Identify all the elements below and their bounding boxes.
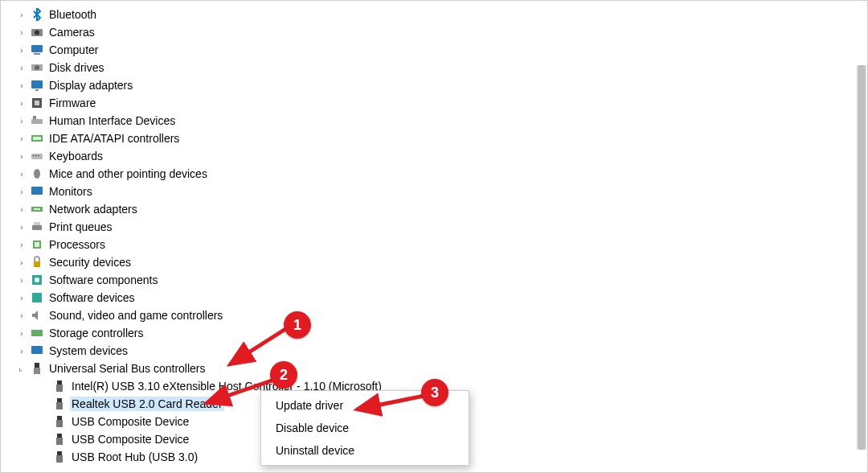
chevron-right-icon[interactable]: › (17, 204, 27, 214)
printer-icon (30, 220, 44, 234)
chevron-right-icon[interactable]: › (17, 27, 27, 37)
tree-item-label: Sound, video and game controllers (47, 308, 224, 323)
tree-item-print[interactable]: › Print queues (17, 218, 867, 236)
chevron-right-icon[interactable]: › (17, 346, 27, 356)
svg-rect-38 (57, 416, 62, 420)
chevron-right-icon[interactable]: › (17, 98, 27, 108)
svg-rect-36 (57, 398, 62, 402)
tree-item-bluetooth[interactable]: › Bluetooth (17, 6, 867, 23)
tree-item-network[interactable]: › Network adapters (17, 200, 867, 218)
tree-item-disk-drives[interactable]: › Disk drives (17, 59, 867, 76)
chevron-right-icon[interactable]: › (17, 134, 27, 143)
tree-item-label: Mice and other pointing devices (47, 167, 209, 181)
chevron-right-icon[interactable]: › (17, 275, 27, 285)
svg-rect-11 (33, 116, 36, 119)
tree-item-label: Keyboards (47, 149, 104, 163)
svg-rect-34 (57, 380, 62, 385)
menu-uninstall-device[interactable]: Uninstall device (261, 439, 469, 462)
menu-disable-device[interactable]: Disable device (261, 417, 469, 439)
cpu-icon (30, 237, 44, 252)
svg-rect-19 (31, 187, 43, 195)
component-icon (30, 273, 44, 287)
tree-item-computer[interactable]: › Computer (17, 41, 867, 59)
tree-item-processors[interactable]: › Processors (17, 236, 867, 253)
chevron-right-icon[interactable]: › (17, 257, 27, 267)
svg-rect-2 (31, 45, 43, 52)
menu-item-label: Update driver (276, 399, 343, 412)
svg-rect-42 (57, 451, 62, 455)
tree-item-cameras[interactable]: › Cameras (17, 23, 867, 41)
network-icon (30, 202, 44, 216)
callout-3: 3 (421, 379, 448, 406)
tree-item-hid[interactable]: › Human Interface Devices (17, 112, 867, 130)
svg-rect-13 (33, 137, 41, 140)
tree-item-label: Realtek USB 2.0 Card Reader (70, 397, 224, 411)
svg-rect-14 (31, 154, 43, 159)
tree-item-label: Network adapters (47, 202, 139, 216)
chevron-right-icon[interactable]: › (17, 328, 27, 338)
chevron-right-icon[interactable]: › (17, 311, 27, 320)
menu-item-label: Uninstall device (276, 444, 354, 457)
chevron-right-icon[interactable]: › (17, 151, 27, 161)
usb-device-icon (52, 414, 67, 429)
camera-icon (30, 25, 44, 39)
chevron-right-icon[interactable]: › (17, 116, 27, 125)
svg-point-28 (35, 278, 39, 282)
tree-item-label: Cameras (47, 25, 96, 39)
tree-item-monitors[interactable]: › Monitors (17, 183, 867, 200)
svg-point-5 (35, 65, 39, 70)
tree-item-usb-controllers[interactable]: ⌵ Universal Serial Bus controllers (17, 360, 867, 377)
chevron-right-icon[interactable]: › (17, 187, 27, 196)
firmware-icon (30, 96, 44, 110)
tree-item-label: Firmware (47, 96, 97, 110)
chevron-right-icon[interactable]: › (17, 222, 27, 232)
tree-item-storage[interactable]: › Storage controllers (17, 324, 867, 342)
tree-item-label: USB Root Hub (USB 3.0) (70, 450, 199, 464)
usb-device-icon (52, 379, 67, 393)
svg-rect-30 (31, 330, 43, 336)
svg-rect-23 (34, 222, 40, 225)
tree-item-ide[interactable]: › IDE ATA/ATAPI controllers (17, 130, 867, 147)
chevron-down-icon[interactable]: ⌵ (15, 362, 29, 376)
svg-rect-15 (33, 155, 35, 156)
svg-rect-35 (56, 385, 63, 392)
svg-rect-3 (34, 53, 40, 55)
callout-2: 2 (270, 361, 297, 389)
chevron-right-icon[interactable]: › (17, 240, 27, 249)
tree-item-keyboards[interactable]: › Keyboards (17, 147, 867, 165)
tree-item-label: Disk drives (47, 60, 105, 75)
tree-item-label: Computer (47, 43, 100, 57)
chevron-right-icon[interactable]: › (17, 293, 27, 302)
svg-rect-6 (31, 80, 43, 88)
tree-item-security[interactable]: › Security devices (17, 253, 867, 271)
svg-rect-10 (31, 119, 43, 124)
tree-item-label: Display adapters (47, 78, 134, 93)
usb-device-icon (52, 397, 67, 411)
display-icon (30, 78, 44, 93)
tree-item-label: Bluetooth (47, 7, 98, 22)
chevron-right-icon[interactable]: › (17, 45, 27, 55)
tree-item-label: Universal Serial Bus controllers (47, 361, 207, 376)
tree-item-software-devices[interactable]: › Software devices (17, 289, 867, 306)
tree-item-firmware[interactable]: › Firmware (17, 94, 867, 112)
chevron-right-icon[interactable]: › (17, 80, 27, 90)
tree-item-mice[interactable]: › Mice and other pointing devices (17, 165, 867, 183)
svg-rect-37 (56, 402, 63, 409)
tree-item-label: Human Interface Devices (47, 113, 177, 128)
chevron-right-icon[interactable]: › (17, 10, 27, 19)
chevron-right-icon[interactable]: › (17, 169, 27, 179)
svg-rect-43 (56, 455, 63, 463)
ide-icon (30, 131, 44, 146)
tree-item-display-adapters[interactable]: › Display adapters (17, 76, 867, 94)
tree-item-software-components[interactable]: › Software components (17, 271, 867, 289)
vertical-scrollbar[interactable] (856, 65, 867, 450)
chevron-right-icon[interactable]: › (17, 63, 27, 72)
tree-item-system[interactable]: › System devices (17, 342, 867, 360)
mouse-icon (30, 167, 44, 181)
svg-point-1 (35, 31, 39, 35)
monitor-icon (30, 184, 44, 199)
bluetooth-icon (30, 7, 44, 22)
tree-item-sound[interactable]: › Sound, video and game controllers (17, 306, 867, 324)
svg-rect-31 (31, 346, 43, 354)
scrollbar-thumb[interactable] (858, 65, 866, 450)
